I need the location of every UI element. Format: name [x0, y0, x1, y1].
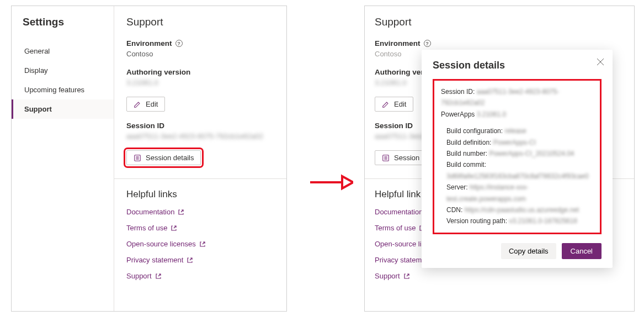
flow-arrow-icon: [309, 174, 353, 191]
settings-panel-before: Settings General Display Upcoming featur…: [11, 6, 287, 312]
environment-label: Environment ?: [375, 39, 622, 48]
link-open-source-licenses[interactable]: Open-source licenses: [126, 240, 274, 248]
session-id-value: aaa07511-3ee2-4923-8075-792cb1e82a02: [126, 132, 274, 140]
close-icon[interactable]: [596, 57, 605, 66]
dialog-title: Session details: [433, 60, 602, 71]
external-link-icon: [187, 257, 193, 264]
svg-marker-5: [342, 176, 353, 188]
sidebar-item-display[interactable]: Display: [12, 61, 114, 80]
external-link-icon: [178, 209, 184, 215]
session-id-label: Session ID: [126, 122, 274, 130]
copy-details-button[interactable]: Copy details: [501, 243, 556, 259]
sidebar-item-upcoming-features[interactable]: Upcoming features: [12, 80, 114, 99]
link-support[interactable]: Support: [126, 272, 274, 280]
edit-button[interactable]: Edit: [126, 97, 165, 112]
authoring-version-value: 3.21061.0: [126, 78, 274, 87]
cancel-button[interactable]: Cancel: [562, 243, 602, 259]
session-details-dialog: Session details Session ID: aaa07511-3ee…: [422, 50, 613, 268]
environment-label: Environment ?: [126, 39, 274, 48]
page-title: Support: [375, 16, 622, 28]
session-details-button[interactable]: Session details: [126, 150, 201, 165]
helpful-links-title: Helpful links: [126, 189, 274, 200]
authoring-version-label: Authoring version: [126, 68, 274, 76]
link-documentation[interactable]: Documentation: [126, 208, 274, 216]
environment-value: Contoso: [126, 50, 274, 58]
support-content: Support Environment ? Contoso Authoring …: [114, 6, 286, 311]
sidebar-item-general[interactable]: General: [12, 41, 114, 61]
list-icon: [382, 154, 390, 162]
edit-icon: [382, 101, 390, 108]
external-link-icon: [155, 273, 162, 280]
external-link-icon: [403, 273, 410, 280]
settings-title: Settings: [23, 16, 114, 28]
edit-icon: [134, 101, 141, 108]
link-terms-of-use[interactable]: Terms of use: [126, 224, 274, 232]
sidebar-item-support[interactable]: Support: [12, 99, 114, 119]
link-support[interactable]: Support: [375, 272, 622, 280]
page-title: Support: [126, 16, 274, 28]
dialog-actions: Copy details Cancel: [433, 243, 602, 259]
external-link-icon: [171, 225, 177, 231]
settings-sidebar: Settings General Display Upcoming featur…: [12, 6, 114, 311]
edit-button[interactable]: Edit: [375, 97, 413, 112]
help-icon[interactable]: ?: [424, 40, 431, 47]
session-details-body: Session ID: aaa07511-3ee2-4923-8075-792c…: [433, 79, 602, 234]
external-link-icon: [199, 241, 206, 247]
list-icon: [134, 154, 141, 162]
link-privacy-statement[interactable]: Privacy statement: [126, 256, 274, 264]
help-icon[interactable]: ?: [175, 40, 183, 47]
